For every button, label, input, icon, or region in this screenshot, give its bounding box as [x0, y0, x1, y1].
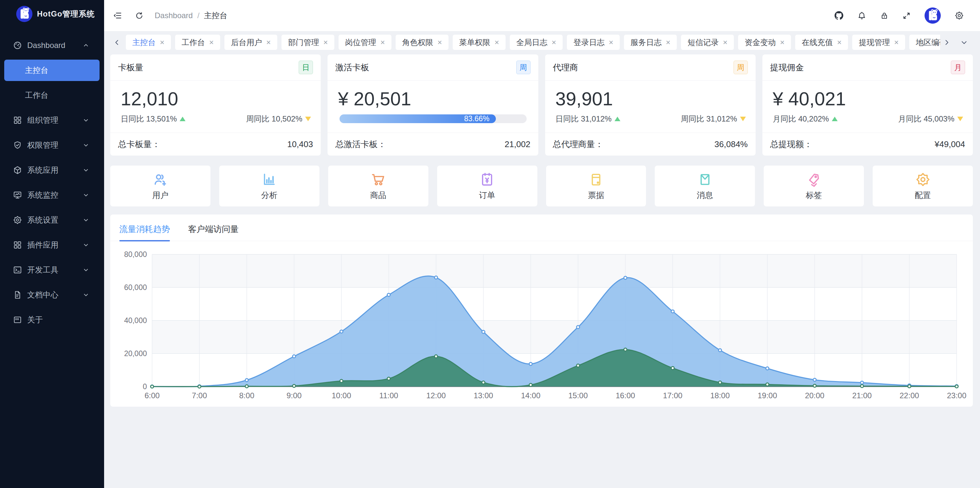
sidebar-item-8[interactable]: 文档中心 — [4, 284, 100, 306]
quick-action-商品[interactable]: 商品 — [328, 166, 428, 206]
quick-action-订单[interactable]: 订单 — [437, 166, 537, 206]
grid-icon — [13, 116, 22, 125]
tabs-scroll-right-icon[interactable] — [943, 39, 950, 46]
tab-chip-角色权限[interactable]: 角色权限× — [396, 35, 449, 50]
trend-down-icon — [305, 117, 311, 121]
stat-footer-value: 36,084% — [714, 139, 748, 149]
stat-card-2: 代理商周39,901日同比 31,012%周同比 31,012%总代理商量：36… — [545, 54, 756, 155]
sidebar-item-5[interactable]: 系统设置 — [4, 209, 100, 231]
notification-bell-icon[interactable] — [858, 11, 866, 20]
trend-down-icon — [957, 117, 963, 121]
trend-up-icon — [614, 117, 620, 121]
sidebar-item-6[interactable]: 插件应用 — [4, 234, 100, 256]
close-tab-icon[interactable]: × — [837, 38, 842, 47]
tab-chip-菜单权限[interactable]: 菜单权限× — [453, 35, 506, 50]
tab-chips: 主控台×工作台×后台用户×部门管理×岗位管理×角色权限×菜单权限×全局日志×登录… — [126, 35, 940, 50]
tab-chip-提现管理[interactable]: 提现管理× — [852, 35, 905, 50]
breadcrumb-root[interactable]: Dashboard — [155, 11, 192, 20]
close-tab-icon[interactable]: × — [380, 38, 385, 47]
close-tab-icon[interactable]: × — [723, 38, 727, 47]
tabs-menu-icon[interactable] — [961, 39, 968, 46]
tab-chip-地区编码[interactable]: 地区编码× — [909, 35, 940, 50]
tab-chip-岗位管理[interactable]: 岗位管理× — [339, 35, 391, 50]
stat-value: 39,901 — [555, 88, 613, 109]
close-tab-icon[interactable]: × — [438, 38, 442, 47]
tab-chip-主控台[interactable]: 主控台× — [126, 35, 171, 50]
tab-chip-资金变动[interactable]: 资金变动× — [738, 35, 791, 50]
close-tab-icon[interactable]: × — [323, 38, 328, 47]
sidebar-subitem-主控台[interactable]: 主控台 — [4, 60, 100, 81]
breadcrumb-current[interactable]: 主控台 — [204, 10, 228, 21]
collapse-sidebar-icon[interactable] — [113, 11, 122, 20]
quick-action-分析[interactable]: 分析 — [219, 166, 320, 206]
tab-chip-工作台[interactable]: 工作台× — [175, 35, 220, 50]
terminal-icon — [13, 265, 22, 274]
stat-footer-value: ¥49,004 — [935, 139, 965, 149]
user-avatar[interactable] — [924, 8, 941, 24]
fullscreen-icon[interactable] — [902, 12, 911, 20]
chevron-down-icon — [83, 192, 89, 198]
cube-icon — [13, 166, 22, 175]
chevron-down-icon — [83, 292, 89, 298]
close-tab-icon[interactable]: × — [894, 38, 899, 47]
github-icon[interactable] — [834, 11, 843, 20]
svg-text:14:00: 14:00 — [521, 391, 540, 400]
svg-text:23:00: 23:00 — [947, 391, 966, 400]
tab-chip-后台用户[interactable]: 后台用户× — [224, 35, 277, 50]
quick-action-配置[interactable]: 配置 — [873, 166, 973, 206]
close-tab-icon[interactable]: × — [780, 38, 784, 47]
stat-card-3: 提现佣金月¥ 40,021月同比 40,202%月同比 45,003%总提现额：… — [762, 54, 973, 155]
svg-text:22:00: 22:00 — [900, 391, 919, 400]
tab-chip-部门管理[interactable]: 部门管理× — [282, 35, 334, 50]
tab-chip-在线充值[interactable]: 在线充值× — [795, 35, 848, 50]
chevron-down-icon — [83, 117, 89, 124]
tab-chip-服务日志[interactable]: 服务日志× — [624, 35, 677, 50]
tab-chip-短信记录[interactable]: 短信记录× — [681, 35, 734, 50]
close-tab-icon[interactable]: × — [552, 38, 556, 47]
close-tab-icon[interactable]: × — [160, 38, 164, 47]
svg-text:16:00: 16:00 — [616, 391, 635, 400]
tab-chip-登录日志[interactable]: 登录日志× — [567, 35, 620, 50]
settings-gear-icon[interactable] — [955, 11, 964, 20]
svg-text:20,000: 20,000 — [124, 349, 147, 358]
stat-value: ¥ 20,501 — [338, 88, 411, 109]
close-tab-icon[interactable]: × — [609, 38, 613, 47]
sidebar-item-9[interactable]: 关于 — [4, 309, 100, 331]
sidebar-item-7[interactable]: 开发工具 — [4, 259, 100, 280]
quick-action-用户[interactable]: 用户 — [110, 166, 210, 206]
sidebar-item-2[interactable]: 权限管理 — [4, 135, 100, 156]
stat-right-compare: 周同比 31,012% — [681, 114, 746, 124]
sidebar-menu: Dashboard主控台工作台组织管理权限管理系统应用系统监控系统设置插件应用开… — [0, 28, 104, 331]
quick-action-票据[interactable]: 票据 — [546, 166, 646, 206]
sidebar-item-3[interactable]: 系统应用 — [4, 159, 100, 181]
sidebar-item-0[interactable]: Dashboard — [4, 35, 100, 56]
period-badge: 月 — [951, 60, 965, 74]
stat-card-title: 激活卡板 — [335, 62, 369, 73]
shield-icon — [13, 141, 22, 150]
svg-text:19:00: 19:00 — [757, 391, 777, 400]
quick-action-消息[interactable]: 消息 — [655, 166, 755, 206]
stat-left-compare: 月同比 40,202% — [773, 114, 838, 124]
refresh-icon[interactable] — [135, 12, 143, 20]
svg-text:21:00: 21:00 — [852, 391, 872, 400]
app-title: HotGo管理系统 — [37, 9, 95, 19]
sidebar-item-1[interactable]: 组织管理 — [4, 109, 100, 131]
stat-footer-label: 总激活卡板： — [335, 139, 386, 150]
tabs-scroll-left-icon[interactable] — [113, 39, 121, 46]
grid-icon — [13, 241, 22, 249]
close-tab-icon[interactable]: × — [266, 38, 271, 47]
tab-chip-全局日志[interactable]: 全局日志× — [510, 35, 563, 50]
lock-screen-icon[interactable] — [880, 11, 889, 20]
stat-footer-label: 总卡板量： — [118, 139, 160, 150]
chevron-up-icon — [83, 42, 89, 49]
sidebar-item-4[interactable]: 系统监控 — [4, 184, 100, 206]
close-tab-icon[interactable]: × — [209, 38, 214, 47]
close-tab-icon[interactable]: × — [666, 38, 670, 47]
stat-value: 12,010 — [121, 88, 178, 109]
svg-text:0: 0 — [143, 382, 147, 391]
sidebar-subitem-工作台[interactable]: 工作台 — [4, 85, 100, 106]
quick-action-标签[interactable]: 标签 — [764, 166, 864, 206]
close-tab-icon[interactable]: × — [495, 38, 499, 47]
svg-text:18:00: 18:00 — [710, 391, 730, 400]
period-badge: 周 — [733, 60, 748, 74]
